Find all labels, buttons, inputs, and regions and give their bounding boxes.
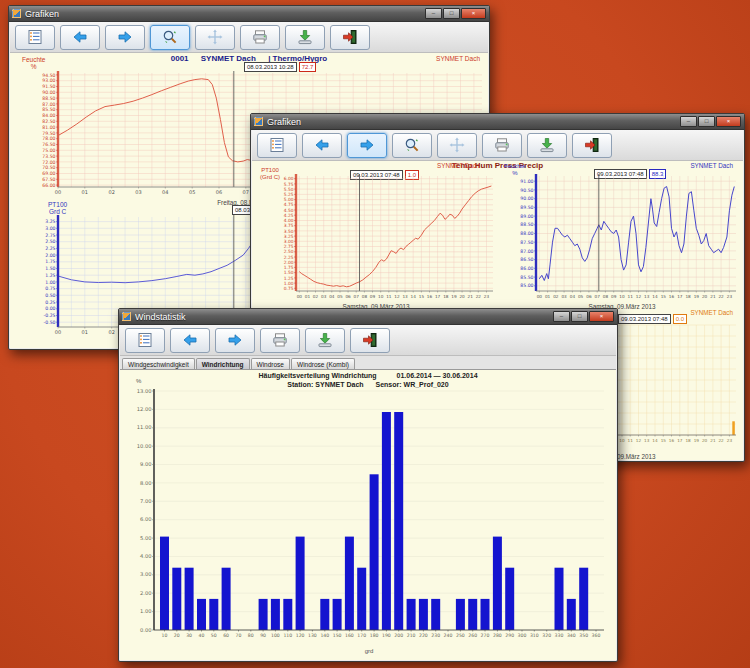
save-download-icon bbox=[297, 29, 313, 45]
svg-text:210: 210 bbox=[407, 633, 416, 638]
pan-button[interactable] bbox=[437, 133, 477, 158]
svg-text:20: 20 bbox=[702, 294, 708, 299]
toolbar bbox=[10, 22, 488, 53]
exit-door-icon bbox=[584, 137, 600, 153]
svg-text:69.00: 69.00 bbox=[42, 171, 55, 176]
minimize-button[interactable]: – bbox=[425, 8, 442, 19]
tab-windgeschwindigkeit[interactable]: Windgeschwindigkeit bbox=[122, 358, 195, 369]
tab-windrose[interactable]: Windrose bbox=[251, 358, 290, 369]
titlebar[interactable]: Windstatistik – □ × bbox=[119, 309, 617, 325]
save-button[interactable] bbox=[527, 133, 567, 158]
zoom-button[interactable] bbox=[150, 25, 190, 50]
svg-text:260: 260 bbox=[468, 633, 477, 638]
titlebar[interactable]: Grafiken – □ × bbox=[251, 114, 744, 130]
arrow-right-icon bbox=[117, 29, 133, 45]
print-button[interactable] bbox=[240, 25, 280, 50]
svg-text:15: 15 bbox=[419, 294, 425, 299]
svg-text:250: 250 bbox=[456, 633, 465, 638]
humidity-line-chart[interactable]: 91.0090.5090.0089.5089.0088.5088.0087.50… bbox=[500, 169, 744, 309]
next-button[interactable] bbox=[347, 133, 387, 158]
svg-text:9.00: 9.00 bbox=[140, 461, 152, 467]
svg-text:12: 12 bbox=[394, 294, 400, 299]
wind-direction-bar-chart[interactable]: 1020304050607080901001101201301401501601… bbox=[122, 386, 616, 656]
svg-text:90.00: 90.00 bbox=[42, 90, 55, 95]
svg-text:88.50: 88.50 bbox=[520, 222, 533, 227]
svg-text:0.25: 0.25 bbox=[45, 300, 55, 305]
magnifier-icon bbox=[404, 137, 420, 153]
maximize-button[interactable]: □ bbox=[443, 8, 460, 19]
next-button[interactable] bbox=[105, 25, 145, 50]
svg-text:07: 07 bbox=[354, 294, 360, 299]
close-button[interactable]: × bbox=[461, 8, 486, 19]
temperature-line-chart[interactable]: 6.005.755.505.255.004.754.504.254.003.75… bbox=[254, 169, 498, 309]
pan-button[interactable] bbox=[195, 25, 235, 50]
svg-text:5.50: 5.50 bbox=[284, 187, 294, 192]
svg-text:90.00: 90.00 bbox=[520, 196, 533, 201]
svg-text:22: 22 bbox=[476, 294, 482, 299]
close-button[interactable]: × bbox=[589, 311, 614, 322]
report-button[interactable] bbox=[125, 328, 165, 353]
svg-text:20: 20 bbox=[702, 438, 708, 443]
svg-text:14: 14 bbox=[652, 438, 658, 443]
titlebar[interactable]: Grafiken – □ × bbox=[9, 6, 489, 22]
save-button[interactable] bbox=[305, 328, 345, 353]
previous-button[interactable] bbox=[170, 328, 210, 353]
minimize-button[interactable]: – bbox=[680, 116, 697, 127]
svg-text:160: 160 bbox=[345, 633, 354, 638]
report-button[interactable] bbox=[257, 133, 297, 158]
chart-title-row: Häufigkeitsverteilung Windrichtung 01.06… bbox=[120, 372, 616, 380]
print-button[interactable] bbox=[482, 133, 522, 158]
exit-button[interactable] bbox=[572, 133, 612, 158]
save-download-icon bbox=[539, 137, 555, 153]
window-controls: – □ × bbox=[553, 311, 614, 322]
svg-text:00: 00 bbox=[55, 189, 61, 195]
svg-text:05: 05 bbox=[337, 294, 343, 299]
svg-text:180: 180 bbox=[370, 633, 379, 638]
svg-text:20: 20 bbox=[174, 633, 180, 638]
svg-text:14: 14 bbox=[652, 294, 658, 299]
previous-button[interactable] bbox=[302, 133, 342, 158]
svg-text:00: 00 bbox=[55, 329, 61, 335]
next-button[interactable] bbox=[215, 328, 255, 353]
report-button[interactable] bbox=[15, 25, 55, 50]
close-button[interactable]: × bbox=[716, 116, 741, 127]
previous-button[interactable] bbox=[60, 25, 100, 50]
svg-text:20: 20 bbox=[459, 294, 465, 299]
svg-text:19: 19 bbox=[451, 294, 457, 299]
tab-windrichtung[interactable]: Windrichtung bbox=[196, 358, 250, 369]
svg-text:100: 100 bbox=[271, 633, 280, 638]
maximize-button[interactable]: □ bbox=[571, 311, 588, 322]
svg-text:13.00: 13.00 bbox=[137, 388, 152, 394]
arrow-left-icon bbox=[72, 29, 88, 45]
svg-text:07: 07 bbox=[595, 294, 601, 299]
svg-text:230: 230 bbox=[431, 633, 440, 638]
svg-text:0.00: 0.00 bbox=[45, 306, 55, 311]
window-title: Grafiken bbox=[25, 9, 421, 19]
legend-station: SYNMET Dach bbox=[690, 309, 733, 316]
svg-text:360: 360 bbox=[592, 633, 601, 638]
save-button[interactable] bbox=[285, 25, 325, 50]
svg-text:270: 270 bbox=[481, 633, 490, 638]
svg-text:87.50: 87.50 bbox=[520, 240, 533, 245]
minimize-button[interactable]: – bbox=[553, 311, 570, 322]
svg-text:16: 16 bbox=[669, 438, 675, 443]
svg-text:1.75: 1.75 bbox=[45, 259, 55, 264]
svg-text:130: 130 bbox=[308, 633, 317, 638]
svg-text:89.00: 89.00 bbox=[520, 214, 533, 219]
svg-text:340: 340 bbox=[567, 633, 576, 638]
tab-windrose-kombi[interactable]: Windrose (Kombi) bbox=[291, 358, 355, 369]
exit-button[interactable] bbox=[350, 328, 390, 353]
svg-text:12: 12 bbox=[636, 438, 642, 443]
svg-text:11.00: 11.00 bbox=[137, 424, 152, 430]
svg-text:290: 290 bbox=[505, 633, 514, 638]
chart-title: Häufigkeitsverteilung Windrichtung bbox=[258, 372, 376, 379]
print-button[interactable] bbox=[260, 328, 300, 353]
svg-text:12.00: 12.00 bbox=[137, 406, 152, 412]
svg-text:1.50: 1.50 bbox=[284, 270, 294, 275]
svg-text:94.50: 94.50 bbox=[42, 73, 55, 78]
zoom-button[interactable] bbox=[392, 133, 432, 158]
svg-text:18: 18 bbox=[685, 438, 691, 443]
exit-button[interactable] bbox=[330, 25, 370, 50]
maximize-button[interactable]: □ bbox=[698, 116, 715, 127]
svg-text:3.00: 3.00 bbox=[45, 226, 55, 231]
